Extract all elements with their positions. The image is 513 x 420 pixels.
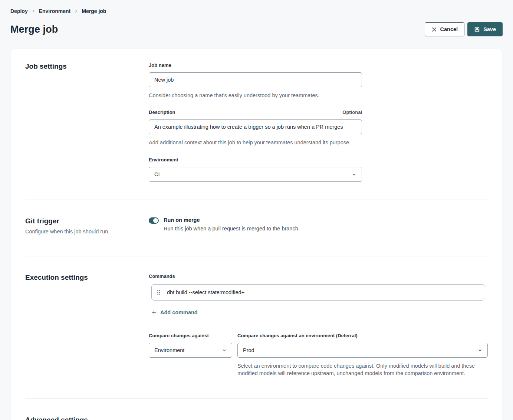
- merge-job-page: Deploy Environment Merge job Merge job C…: [0, 0, 513, 420]
- section-advanced-settings: Advanced settings Controls to better cus…: [25, 399, 488, 420]
- run-on-merge-label: Run on merge: [164, 217, 300, 223]
- advanced-settings-expand: [149, 416, 488, 420]
- deferral-field: Compare changes against an environment (…: [237, 333, 488, 377]
- job-settings-form: Job name Consider choosing a name that's…: [149, 62, 488, 182]
- run-on-merge-text: Run on merge Run this job when a pull re…: [164, 217, 300, 232]
- page-header: Deploy Environment Merge job Merge job C…: [0, 0, 513, 36]
- git-trigger-subtext: Configure when this job should run.: [25, 229, 149, 234]
- chevron-right-icon: [74, 9, 78, 13]
- environment-label: Environment: [149, 157, 488, 163]
- optional-tag: Optional: [342, 109, 362, 115]
- chevron-right-icon: [32, 9, 35, 13]
- section-git-trigger: Git trigger Configure when this job shou…: [25, 200, 488, 256]
- advanced-settings-heading: Advanced settings: [25, 416, 149, 420]
- breadcrumb: Deploy Environment Merge job: [10, 8, 503, 14]
- deferral-select-value: Prod: [243, 347, 254, 353]
- chevron-down-icon: [222, 348, 227, 352]
- description-label: Description: [149, 109, 175, 115]
- deferral-label: Compare changes against an environment (…: [237, 333, 488, 338]
- save-icon: [474, 26, 480, 32]
- plus-icon: [151, 310, 157, 315]
- environment-select-value: CI: [154, 171, 160, 177]
- header-actions: Cancel Save: [425, 22, 503, 36]
- cancel-button-label: Cancel: [440, 26, 458, 32]
- environment-select[interactable]: CI: [149, 167, 362, 182]
- save-button[interactable]: Save: [467, 22, 503, 36]
- advanced-settings-left: Advanced settings Controls to better cus…: [25, 416, 149, 420]
- breadcrumb-deploy[interactable]: Deploy: [10, 8, 28, 14]
- deferral-select[interactable]: Prod: [237, 343, 488, 358]
- description-input[interactable]: [149, 119, 362, 134]
- deferral-helper: Select an environment to compare code ch…: [237, 362, 488, 377]
- section-execution-settings: Execution settings Commands dbt build --…: [25, 256, 488, 399]
- run-on-merge-description: Run this job when a pull request is merg…: [164, 226, 300, 232]
- compare-grid: Compare changes against Environment Comp…: [149, 333, 488, 377]
- git-trigger-left: Git trigger Configure when this job shou…: [25, 217, 149, 234]
- chevron-down-icon: [478, 348, 482, 352]
- compare-changes-field: Compare changes against Environment: [149, 333, 232, 377]
- drag-handle-icon[interactable]: [157, 289, 161, 295]
- save-button-label: Save: [483, 26, 496, 32]
- commands-label: Commands: [149, 273, 488, 279]
- execution-settings-heading: Execution settings: [25, 273, 149, 282]
- page-title: Merge job: [10, 24, 58, 35]
- chevron-down-icon: [352, 172, 356, 177]
- git-trigger-heading: Git trigger: [25, 217, 149, 225]
- job-form-card: Job settings Job name Consider choosing …: [11, 49, 502, 420]
- compare-changes-select-value: Environment: [154, 347, 184, 353]
- run-on-merge-toggle[interactable]: [149, 217, 159, 224]
- add-command-button[interactable]: Add command: [151, 309, 198, 315]
- command-row[interactable]: dbt build --select state:modified+: [151, 284, 485, 301]
- job-settings-left: Job settings: [25, 62, 149, 182]
- compare-changes-select[interactable]: Environment: [149, 343, 232, 358]
- cancel-button[interactable]: Cancel: [425, 22, 465, 36]
- execution-settings-form: Commands dbt build --select state:modifi…: [149, 273, 488, 377]
- close-icon: [431, 27, 437, 32]
- compare-changes-label: Compare changes against: [149, 333, 232, 338]
- section-job-settings: Job settings Job name Consider choosing …: [25, 62, 488, 200]
- job-name-label: Job name: [149, 62, 488, 68]
- job-name-input[interactable]: [149, 72, 362, 87]
- toggle-knob: [153, 218, 158, 223]
- add-command-label: Add command: [160, 309, 198, 315]
- execution-settings-left: Execution settings: [25, 273, 149, 377]
- description-label-row: Description Optional: [149, 109, 362, 115]
- job-settings-heading: Job settings: [25, 62, 149, 70]
- breadcrumb-environment[interactable]: Environment: [39, 8, 71, 14]
- description-helper: Add additional context about this job to…: [149, 139, 488, 146]
- title-row: Merge job Cancel S: [10, 22, 503, 36]
- run-on-merge-row: Run on merge Run this job when a pull re…: [149, 217, 488, 232]
- job-name-helper: Consider choosing a name that's easily u…: [149, 92, 488, 99]
- breadcrumb-merge-job: Merge job: [82, 8, 106, 14]
- command-text[interactable]: dbt build --select state:modified+: [167, 289, 244, 295]
- git-trigger-form: Run on merge Run this job when a pull re…: [149, 217, 488, 234]
